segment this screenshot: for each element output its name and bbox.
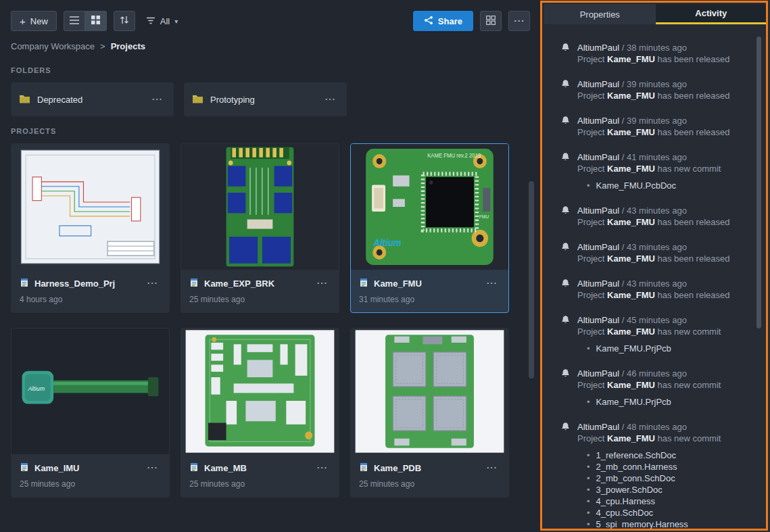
project-card[interactable]: Kame_PDB ⋯ 25 minutes ago bbox=[350, 328, 509, 498]
activity-item: AltiumPaul / 41 minutes ago Project Kame… bbox=[561, 151, 750, 191]
activity-user[interactable]: AltiumPaul bbox=[577, 43, 619, 53]
activity-project-link[interactable]: Kame_FMU bbox=[607, 127, 655, 137]
svg-text:Altium: Altium bbox=[372, 238, 401, 248]
activity-file-item[interactable]: 1_reference.SchDoc bbox=[587, 450, 721, 461]
activity-project-link[interactable]: Kame_FMU bbox=[607, 217, 655, 227]
project-thumbnail: KAME FMU rev.2 2019 FMU Altium bbox=[351, 144, 508, 270]
activity-file-item[interactable]: 2_mb_conn.Harness bbox=[587, 461, 721, 473]
activity-project-link[interactable]: Kame_FMU bbox=[607, 164, 655, 174]
activity-user[interactable]: AltiumPaul bbox=[577, 79, 619, 89]
list-view-button[interactable] bbox=[64, 11, 85, 31]
activity-user[interactable]: AltiumPaul bbox=[577, 205, 619, 216]
activity-user[interactable]: AltiumPaul bbox=[577, 152, 619, 162]
sort-button[interactable] bbox=[114, 11, 135, 31]
panel-scrollbar-thumb[interactable] bbox=[756, 37, 761, 329]
activity-text-prefix: Project bbox=[577, 253, 604, 264]
activity-file-item[interactable]: 4_cpu.Harness bbox=[587, 495, 721, 507]
grid-view-button[interactable] bbox=[85, 11, 107, 31]
project-card[interactable]: Kame_EXP_BRK ⋯ 25 minutes ago bbox=[181, 143, 339, 313]
svg-text:KAME FMU rev.2 2019: KAME FMU rev.2 2019 bbox=[427, 153, 481, 159]
folder-more-button[interactable]: ⋯ bbox=[322, 93, 339, 106]
activity-file-item[interactable]: 4_cpu.SchDoc bbox=[587, 507, 721, 518]
folder-card[interactable]: Deprecated ⋯ bbox=[11, 82, 174, 116]
activity-time: 48 minutes ago bbox=[627, 422, 687, 432]
activity-project-link[interactable]: Kame_FMU bbox=[607, 290, 655, 300]
project-more-button[interactable]: ⋯ bbox=[314, 276, 331, 290]
activity-project-link[interactable]: Kame_FMU bbox=[607, 91, 655, 101]
project-card[interactable]: KAME FMU rev.2 2019 FMU Altium Kame_FMU … bbox=[350, 143, 509, 313]
project-more-button[interactable]: ⋯ bbox=[314, 461, 331, 475]
content-area: FOLDERS Deprecated ⋯ Prototyping ⋯ PROJE… bbox=[0, 54, 541, 498]
activity-item: AltiumPaul / 46 minutes ago Project Kame… bbox=[561, 368, 750, 408]
project-name: Kame_PDB bbox=[374, 463, 421, 473]
project-more-button[interactable]: ⋯ bbox=[144, 461, 161, 475]
main-scrollbar-thumb[interactable] bbox=[529, 181, 534, 379]
bell-icon bbox=[561, 278, 571, 301]
project-card[interactable]: Harness_Demo_Prj ⋯ 4 hours ago bbox=[11, 143, 170, 313]
activity-file-item[interactable]: Kame_FMU.PrjPcb bbox=[587, 396, 721, 408]
activity-file-item[interactable]: Kame_FMU.PrjPcb bbox=[587, 343, 721, 354]
project-more-button[interactable]: ⋯ bbox=[144, 276, 161, 290]
activity-project-link[interactable]: Kame_FMU bbox=[607, 327, 655, 337]
activity-user[interactable]: AltiumPaul bbox=[577, 368, 619, 379]
activity-user[interactable]: AltiumPaul bbox=[577, 422, 619, 432]
activity-user[interactable]: AltiumPaul bbox=[577, 242, 619, 252]
breadcrumb-workspace[interactable]: Company Workspace bbox=[11, 41, 95, 51]
activity-meta-separator: / bbox=[622, 422, 625, 432]
activity-project-link[interactable]: Kame_FMU bbox=[607, 253, 655, 264]
activity-project-link[interactable]: Kame_FMU bbox=[607, 380, 655, 390]
project-card[interactable]: Altium Kame_IMU ⋯ 25 minutes ago bbox=[11, 328, 170, 498]
project-more-button[interactable]: ⋯ bbox=[483, 276, 500, 290]
folder-more-button[interactable]: ⋯ bbox=[149, 93, 166, 106]
activity-text-prefix: Project bbox=[577, 433, 604, 443]
svg-text:Altium: Altium bbox=[27, 385, 45, 392]
project-thumbnail bbox=[181, 144, 339, 270]
activity-body: AltiumPaul / 43 minutes ago Project Kame… bbox=[577, 205, 730, 228]
project-card-footer: Kame_MB ⋯ 25 minutes ago bbox=[181, 454, 339, 497]
activity-body: AltiumPaul / 46 minutes ago Project Kame… bbox=[577, 368, 721, 408]
bell-icon bbox=[561, 42, 571, 65]
activity-project-link[interactable]: Kame_FMU bbox=[607, 54, 655, 64]
activity-text: Project Kame_FMU has new commit bbox=[577, 163, 721, 174]
new-button[interactable]: + New bbox=[11, 11, 57, 31]
layout-button[interactable] bbox=[480, 11, 502, 31]
activity-meta: AltiumPaul / 45 minutes ago bbox=[577, 314, 721, 326]
activity-file-item[interactable]: Kame_FMU.PcbDoc bbox=[587, 180, 721, 191]
activity-file-item[interactable]: 3_power.SchDoc bbox=[587, 484, 721, 495]
view-toggle-group bbox=[64, 11, 107, 31]
activity-text-suffix: has been released bbox=[658, 127, 730, 137]
activity-user[interactable]: AltiumPaul bbox=[577, 116, 619, 126]
activity-file-list: 1_reference.SchDoc2_mb_conn.Harness2_mb_… bbox=[587, 450, 721, 530]
activity-file-list: Kame_FMU.PrjPcb bbox=[587, 343, 721, 354]
activity-time: 43 minutes ago bbox=[627, 242, 687, 252]
filter-button[interactable]: All ▾ bbox=[142, 11, 182, 31]
tab-activity[interactable]: Activity bbox=[656, 4, 767, 24]
activity-body: AltiumPaul / 43 minutes ago Project Kame… bbox=[577, 278, 730, 301]
activity-file-item[interactable]: 5_spi_memory.Harness bbox=[587, 518, 721, 530]
project-icon bbox=[359, 462, 368, 474]
project-time: 25 minutes ago bbox=[189, 295, 331, 304]
activity-meta-separator: / bbox=[622, 79, 625, 89]
activity-body: AltiumPaul / 39 minutes ago Project Kame… bbox=[577, 78, 730, 101]
filter-icon bbox=[146, 16, 155, 26]
activity-file-item[interactable]: 2_mb_conn.SchDoc bbox=[587, 473, 721, 484]
project-card[interactable]: Kame_MB ⋯ 25 minutes ago bbox=[181, 328, 339, 498]
folder-card[interactable]: Prototyping ⋯ bbox=[184, 82, 347, 116]
activity-project-link[interactable]: Kame_FMU bbox=[607, 433, 655, 443]
activity-meta: AltiumPaul / 39 minutes ago bbox=[577, 78, 730, 90]
activity-meta-separator: / bbox=[622, 242, 625, 252]
project-more-button[interactable]: ⋯ bbox=[483, 461, 500, 475]
project-card-footer: Kame_PDB ⋯ 25 minutes ago bbox=[351, 454, 508, 497]
share-button[interactable]: Share bbox=[413, 11, 473, 31]
tab-properties[interactable]: Properties bbox=[544, 4, 656, 24]
share-icon bbox=[424, 16, 433, 27]
activity-meta-separator: / bbox=[622, 43, 625, 53]
activity-user[interactable]: AltiumPaul bbox=[577, 279, 619, 289]
toolbar-more-button[interactable]: ⋯ bbox=[508, 11, 530, 31]
activity-meta: AltiumPaul / 46 minutes ago bbox=[577, 368, 721, 379]
bell-icon bbox=[561, 151, 571, 191]
activity-user[interactable]: AltiumPaul bbox=[577, 315, 619, 325]
bell-icon bbox=[561, 241, 571, 264]
activity-text: Project Kame_FMU has been released bbox=[577, 126, 730, 138]
project-thumbnail bbox=[11, 144, 169, 270]
